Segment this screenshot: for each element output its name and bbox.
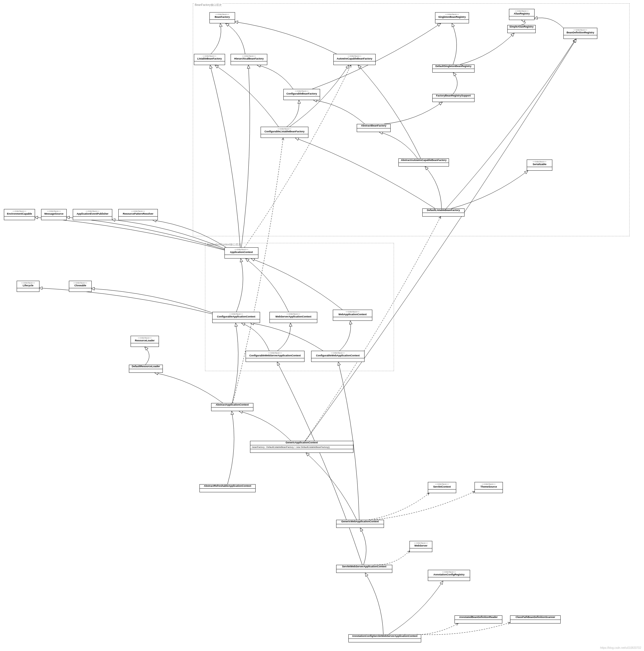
uml-node-SingletonBeanRegistry[interactable]: <<interface>>SingletonBeanRegistry [435, 12, 469, 23]
empty-section [231, 61, 267, 65]
empty-section [475, 490, 503, 493]
class-name: FactoryBeanRegistrySupport [432, 94, 474, 98]
uml-node-WebServerApplicationContext[interactable]: <<interface>>WebServerApplicationContext [269, 312, 317, 323]
uml-node-AliasRegistry[interactable]: <<interface>>AliasRegistry [509, 9, 535, 20]
class-name: BeanDefinitionRegistry [564, 31, 597, 35]
uml-node-AbstractAutowireCapableBeanFactory[interactable]: AbstractAutowireCapableBeanFactory [398, 158, 449, 166]
op-section [250, 449, 353, 453]
empty-section [336, 524, 384, 528]
empty-section [334, 61, 375, 65]
uml-node-SimpleAliasRegistry[interactable]: SimpleAliasRegistry [507, 25, 536, 33]
uml-node-HierarchicalBeanFactory[interactable]: <<interface>>HierarchicalBeanFactory [231, 54, 267, 65]
stereotype: <<interface>> [527, 160, 552, 163]
empty-section [455, 620, 502, 623]
class-name: WebServerApplicationContext [270, 315, 317, 319]
uml-node-Lifecycle[interactable]: <<interface>>Lifecycle [17, 281, 39, 292]
uml-node-BeanFactory[interactable]: <<interface>>BeanFactory [210, 12, 235, 23]
class-name: WebApplicationContext [333, 313, 372, 317]
uml-node-GenericWebApplicationContext[interactable]: GenericWebApplicationContext [336, 520, 384, 528]
empty-section [564, 35, 597, 39]
stereotype: <<interface>> [213, 312, 260, 315]
empty-section [357, 128, 390, 132]
class-name: ResourcePatternResolver [119, 212, 158, 217]
uml-node-DefaultSingletonBeanRegistry[interactable]: DefaultSingletonBeanRegistry [432, 64, 475, 72]
empty-section [129, 369, 163, 372]
uml-node-ApplicationContext[interactable]: <<interface>>ApplicationContext [224, 247, 258, 258]
class-name: ConfigurableApplicationContext [213, 315, 260, 319]
empty-section [428, 490, 456, 493]
uml-node-DefaultListableBeanFactory[interactable]: DefaultListableBeanFactory [422, 209, 464, 217]
class-name: EnvironmentCapable [4, 212, 35, 217]
empty-section [194, 61, 225, 65]
empty-section [119, 217, 158, 220]
uml-node-ConfigurableBeanFactory[interactable]: <<interface>>ConfigurableBeanFactory [283, 89, 320, 100]
uml-node-AbstractRefreshableApplicationContext[interactable]: AbstractRefreshableApplicationContext [199, 484, 256, 492]
uml-node-AnnotatedBeanDefinitionReader[interactable]: AnnotatedBeanDefinitionReader [454, 615, 502, 623]
empty-section [312, 358, 364, 362]
stereotype: <<interface>> [131, 336, 159, 339]
edge-GenericWebApplicationContext-ServletContext [369, 493, 429, 520]
empty-section [509, 17, 534, 20]
edge-DefaultResourceLoader-ResourceLoader [145, 347, 149, 365]
empty-section [336, 569, 392, 572]
uml-node-AutowireCapableBeanFactory[interactable]: <<interface>>AutowireCapableBeanFactory [333, 54, 376, 65]
uml-node-WebApplicationContext[interactable]: <<interface>>WebApplicationContext [333, 310, 372, 321]
stereotype: <<interface>> [17, 281, 39, 284]
stereotype: <<interface>> [261, 127, 308, 130]
edge-AbstractApplicationContext-DefaultResourceLoader [155, 373, 223, 403]
edge-ServletWebServerApplicationContext-ConfigurableWebServerApplicationContext [277, 362, 362, 565]
uml-node-ServletContext[interactable]: <<interface>>ServletContext [428, 482, 456, 493]
class-name: AnnotationConfigServletWebServerApplicat… [349, 634, 421, 639]
empty-section [200, 489, 255, 492]
uml-node-DefaultResourceLoader[interactable]: DefaultResourceLoader [129, 365, 163, 373]
edge-ConfigurableApplicationContext-Closeable [91, 288, 212, 313]
empty-section [69, 288, 91, 291]
class-name: Lifecycle [17, 284, 39, 288]
empty-section [41, 217, 66, 220]
stereotype: <<interface>> [73, 209, 112, 212]
uml-node-BeanDefinitionRegistry[interactable]: <<interface>>BeanDefinitionRegistry [564, 28, 597, 39]
edge-AnnotationConfigServletWebServerApplicationContext-ServletWebServerApplicationContext [365, 573, 383, 634]
uml-node-AbstractBeanFactory[interactable]: AbstractBeanFactory [357, 124, 391, 132]
uml-node-ResourceLoader[interactable]: <<interface>>ResourceLoader [131, 336, 159, 347]
uml-node-ConfigurableWebServerApplicationContext[interactable]: <<interface>>ConfigurableWebServerApplic… [246, 351, 304, 362]
uml-node-Closeable[interactable]: <<interface>>Closeable [69, 281, 92, 292]
stereotype: <<interface>> [270, 312, 317, 315]
stereotype: <<interface>> [284, 89, 320, 92]
empty-section [527, 167, 552, 170]
empty-section [225, 255, 258, 258]
class-name: AnnotatedBeanDefinitionReader [455, 616, 502, 620]
watermark: https://blog.csdn.net/u010820702 [600, 646, 641, 649]
uml-node-WebServer[interactable]: <<interface>>WebServer [410, 541, 432, 552]
uml-node-ApplicationEventPublisher[interactable]: <<interface>>ApplicationEventPublisher [73, 209, 112, 220]
uml-node-ConfigurableListableBeanFactory[interactable]: <<interface>>ConfigurableListableBeanFac… [261, 127, 309, 138]
uml-node-ServletWebServerApplicationContext[interactable]: ServletWebServerApplicationContext [336, 565, 392, 573]
uml-node-ConfigurableWebApplicationContext[interactable]: <<interface>>ConfigurableWebApplicationC… [311, 351, 364, 362]
stereotype: <<interface>> [4, 209, 35, 212]
class-name: DefaultSingletonBeanRegistry [432, 65, 474, 69]
empty-section [17, 288, 39, 291]
class-name: GenericWebApplicationContext [336, 520, 384, 524]
edge-AbstractRefreshableApplicationContext-AbstractApplicationContext [228, 411, 234, 484]
empty-section [432, 69, 474, 72]
uml-node-MessageSource[interactable]: <<interface>>MessageSource [41, 209, 67, 220]
uml-node-AnnotationConfigServletWebServerApplicationContext[interactable]: AnnotationConfigServletWebServerApplicat… [348, 634, 421, 642]
uml-node-ListableBeanFactory[interactable]: <<interface>>ListableBeanFactory [194, 54, 225, 65]
uml-node-FactoryBeanRegistrySupport[interactable]: FactoryBeanRegistrySupport [432, 94, 475, 102]
empty-section [436, 20, 469, 23]
uml-node-ResourcePatternResolver[interactable]: <<interface>>ResourcePatternResolver [118, 209, 158, 220]
uml-node-ClassPathBeanDefinitionScanner[interactable]: ClassPathBeanDefinitionScanner [510, 615, 561, 623]
stereotype: <<interface>> [333, 310, 372, 313]
uml-node-ThemeSource[interactable]: <<interface>>ThemeSource [475, 482, 503, 493]
empty-section [399, 163, 449, 166]
class-name: Serializable [527, 163, 552, 167]
uml-node-GenericApplicationContext[interactable]: GenericApplicationContext-beanFactory : … [250, 441, 353, 453]
empty-section [284, 96, 320, 100]
uml-node-AnnotationConfigRegistry[interactable]: <<interface>>AnnotationConfigRegistry [428, 570, 470, 581]
uml-node-AbstractApplicationContext[interactable]: AbstractApplicationContext [211, 403, 253, 411]
class-name: AutowireCapableBeanFactory [334, 57, 375, 61]
uml-node-Serializable[interactable]: <<interface>>Serializable [527, 160, 552, 171]
uml-node-ConfigurableApplicationContext[interactable]: <<interface>>ConfigurableApplicationCont… [212, 312, 260, 323]
uml-node-EnvironmentCapable[interactable]: <<interface>>EnvironmentCapable [4, 209, 35, 220]
class-name: ResourceLoader [131, 339, 159, 343]
